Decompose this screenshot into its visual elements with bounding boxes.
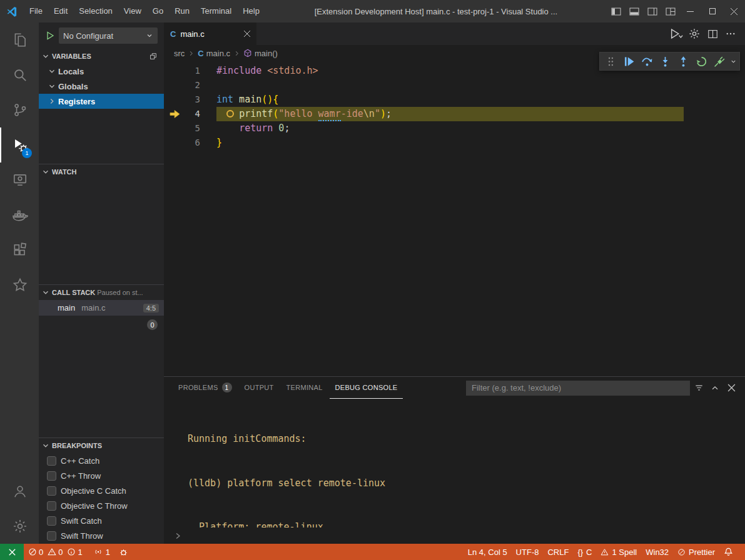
remote-indicator[interactable] xyxy=(0,544,24,560)
step-into-icon[interactable] xyxy=(656,53,674,69)
maximize-panel-icon[interactable] xyxy=(707,381,722,396)
debug-toolbar-dropdown-icon[interactable] xyxy=(729,53,737,69)
tab-problems[interactable]: PROBLEMS 1 xyxy=(173,377,238,399)
inline-breakpoint-icon[interactable] xyxy=(226,110,234,118)
breakpoint-swift-throw[interactable]: Swift Throw xyxy=(39,528,164,543)
menu-help[interactable]: Help xyxy=(237,0,265,22)
step-out-icon[interactable] xyxy=(674,53,692,69)
notifications-bell-icon[interactable] xyxy=(719,544,737,560)
stack-frame-row[interactable]: main main.c 4:5 xyxy=(39,300,164,316)
tab-debug-console[interactable]: DEBUG CONSOLE xyxy=(330,377,403,399)
tab-close-icon[interactable] xyxy=(244,31,250,37)
debug-config-dropdown[interactable]: No Configurat xyxy=(59,28,158,44)
ports-status[interactable]: 1 xyxy=(89,544,114,560)
breakpoint-cpp-throw[interactable]: C++ Throw xyxy=(39,468,164,483)
code-editor[interactable]: 1 #include <stdio.h> 2 3 int main(){ xyxy=(164,61,745,376)
breakpoint-cpp-catch[interactable]: C++ Catch xyxy=(39,453,164,468)
filter-lines-icon[interactable] xyxy=(691,381,706,396)
run-or-debug-icon[interactable] xyxy=(668,26,684,42)
more-actions-icon[interactable] xyxy=(722,26,739,42)
toolbar-drag-grip[interactable] xyxy=(602,53,620,69)
checkbox[interactable] xyxy=(47,531,56,541)
breakpoints-header[interactable]: BREAKPOINTS xyxy=(39,438,164,453)
menu-run[interactable]: Run xyxy=(169,0,195,22)
split-editor-icon[interactable] xyxy=(704,26,721,42)
menu-terminal[interactable]: Terminal xyxy=(195,0,237,22)
close-panel-icon[interactable] xyxy=(724,381,739,396)
menu-go[interactable]: Go xyxy=(147,0,169,22)
menu-file[interactable]: File xyxy=(24,0,48,22)
checkbox[interactable] xyxy=(47,471,56,481)
menu-edit[interactable]: Edit xyxy=(48,0,73,22)
platform-status[interactable]: Win32 xyxy=(641,544,673,560)
star-icon[interactable] xyxy=(0,268,39,302)
gutter-glyph[interactable] xyxy=(164,136,185,150)
toggle-secondary-sidebar-icon[interactable] xyxy=(643,0,661,22)
explorer-icon[interactable] xyxy=(0,22,39,58)
console-line: Running initCommands: xyxy=(188,432,745,447)
checkbox[interactable] xyxy=(47,456,56,466)
maximize-button[interactable] xyxy=(701,0,723,22)
breakpoint-objc-throw[interactable]: Objective C Throw xyxy=(39,498,164,513)
tab-terminal[interactable]: TERMINAL xyxy=(281,377,328,399)
current-line-arrow-icon[interactable] xyxy=(164,107,185,121)
search-icon[interactable] xyxy=(0,58,39,92)
gutter-glyph[interactable] xyxy=(164,78,185,92)
extensions-icon[interactable] xyxy=(0,232,39,268)
stack-frame-name: main xyxy=(58,303,75,312)
breakpoint-swift-catch[interactable]: Swift Catch xyxy=(39,513,164,528)
variables-scope-globals[interactable]: Globals xyxy=(39,79,164,94)
tab-main-c[interactable]: C main.c xyxy=(164,22,256,45)
variables-scope-registers[interactable]: Registers xyxy=(39,94,164,109)
gutter-glyph[interactable] xyxy=(164,121,185,136)
variables-header[interactable]: VARIABLES xyxy=(39,49,164,64)
spell-checker-status[interactable]: 1 Spell xyxy=(596,544,641,560)
problems-status[interactable]: 0 0 1 xyxy=(24,544,89,560)
variables-scope-locals[interactable]: Locals xyxy=(39,64,164,79)
gutter-glyph[interactable] xyxy=(164,64,185,78)
errors-count: 0 xyxy=(39,548,43,557)
disconnect-icon[interactable] xyxy=(711,53,729,69)
watch-title: WATCH xyxy=(52,168,77,176)
errors-icon xyxy=(28,548,37,556)
start-debugging-icon[interactable] xyxy=(45,31,55,41)
launch-settings-gear-icon[interactable] xyxy=(686,26,702,42)
call-stack-header[interactable]: CALL STACK Paused on st... xyxy=(39,285,164,300)
formatter-status[interactable]: Prettier xyxy=(673,544,719,560)
cursor-position[interactable]: Ln 4, Col 5 xyxy=(464,544,512,560)
customize-layout-icon[interactable] xyxy=(661,0,679,22)
checkbox[interactable] xyxy=(47,516,56,526)
toggle-panel-icon[interactable] xyxy=(625,0,643,22)
menu-selection[interactable]: Selection xyxy=(73,0,118,22)
continue-icon[interactable] xyxy=(620,53,638,69)
breakpoint-objc-catch[interactable]: Objective C Catch xyxy=(39,483,164,498)
checkbox[interactable] xyxy=(47,486,56,496)
settings-gear-icon[interactable] xyxy=(0,509,39,544)
breadcrumb-folder[interactable]: src xyxy=(174,49,185,58)
source-control-icon[interactable] xyxy=(0,92,39,128)
variables-panel-icon[interactable] xyxy=(149,52,161,61)
toggle-sidebar-icon[interactable] xyxy=(607,0,625,22)
remote-explorer-icon[interactable] xyxy=(0,162,39,198)
breadcrumb-symbol[interactable]: main() xyxy=(243,49,278,58)
eol-sequence[interactable]: CRLF xyxy=(543,544,573,560)
console-filter-input[interactable] xyxy=(466,381,690,396)
encoding[interactable]: UTF-8 xyxy=(512,544,544,560)
gutter-glyph[interactable] xyxy=(164,92,185,107)
tab-output[interactable]: OUTPUT xyxy=(239,377,280,399)
menu-view[interactable]: View xyxy=(118,0,147,22)
debug-console-input[interactable] xyxy=(164,528,745,544)
restart-icon[interactable] xyxy=(692,53,711,69)
accounts-icon[interactable] xyxy=(0,474,39,509)
minimize-button[interactable] xyxy=(679,0,701,22)
close-button[interactable] xyxy=(723,0,745,22)
debug-console-output: Running initCommands: (lldb) platform se… xyxy=(164,399,745,528)
step-over-icon[interactable] xyxy=(638,53,656,69)
docker-icon[interactable] xyxy=(0,198,39,232)
language-mode[interactable]: {} C xyxy=(573,544,596,560)
checkbox[interactable] xyxy=(47,501,56,511)
run-and-debug-icon[interactable]: 1 xyxy=(0,128,39,162)
debug-status-icon[interactable] xyxy=(114,544,133,560)
breadcrumb-file[interactable]: C main.c xyxy=(198,49,230,58)
watch-header[interactable]: WATCH xyxy=(39,164,164,179)
